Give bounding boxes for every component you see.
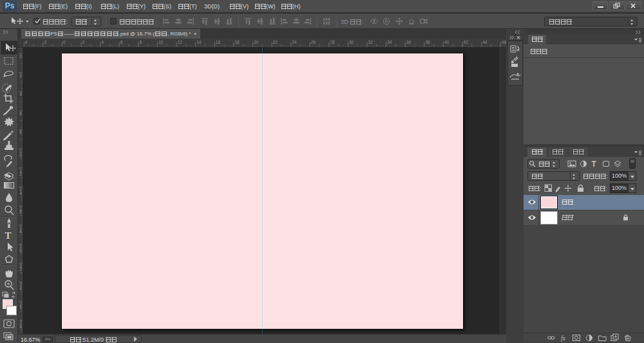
svg-text:T: T <box>5 230 12 241</box>
svg-text:T: T <box>592 160 597 169</box>
svg-text:fx: fx <box>561 335 566 342</box>
